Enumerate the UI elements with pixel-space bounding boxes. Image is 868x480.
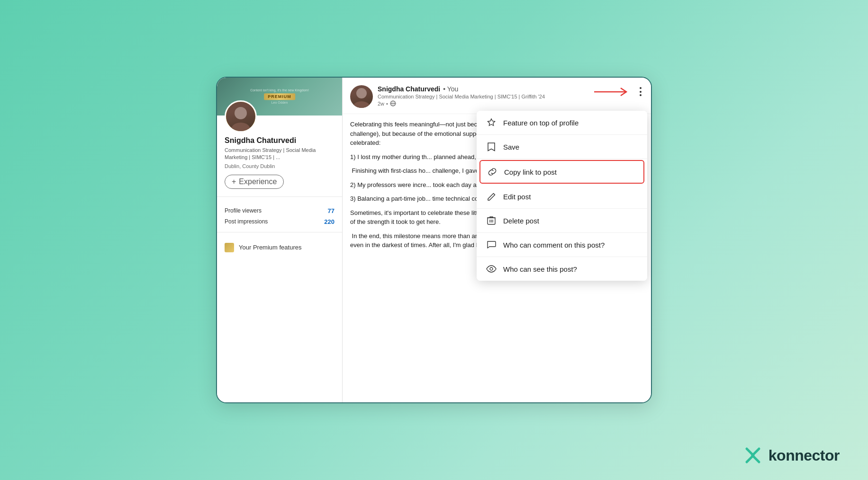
- avatar: [225, 100, 257, 133]
- comment-icon: [486, 240, 497, 250]
- dot2: [640, 91, 642, 93]
- profile-location: Dublin, County Dublin: [225, 163, 335, 169]
- profile-info: Snigdha Chaturvedi Communication Strateg…: [217, 133, 342, 189]
- red-arrow-icon: [594, 86, 632, 98]
- bookmark-icon: [486, 142, 497, 152]
- post-impressions-value: 220: [324, 218, 335, 225]
- content-area: Snigdha Chaturvedi • You Communication S…: [343, 78, 651, 402]
- svg-point-1: [231, 123, 250, 131]
- premium-badge: PREMIUM: [264, 94, 295, 100]
- star-icon: [486, 117, 497, 128]
- svg-point-0: [235, 107, 247, 119]
- you-badge: • You: [443, 85, 458, 93]
- globe-icon: [390, 100, 396, 107]
- post-author-name: Snigdha Chaturvedi • You: [378, 85, 589, 93]
- dot3: [640, 94, 642, 96]
- menu-item-delete-post[interactable]: Delete post: [477, 209, 647, 233]
- post-author-meta: Communication Strategy | Social Media Ma…: [378, 94, 589, 99]
- post-avatar: [350, 85, 373, 108]
- menu-item-who-can-comment-label: Who can comment on this post?: [503, 241, 605, 249]
- banner-name: Leo Odden: [271, 101, 288, 105]
- profile-tagline: Communication Strategy | Social Media Ma…: [225, 147, 335, 161]
- konnector-name: konnector: [769, 447, 840, 464]
- menu-item-copy-link[interactable]: Copy link to post: [479, 160, 644, 184]
- svg-point-13: [490, 267, 493, 270]
- profile-name: Snigdha Chaturvedi: [225, 136, 335, 145]
- three-dots-button[interactable]: [638, 85, 643, 98]
- premium-icon: [225, 243, 234, 252]
- post-options: [594, 85, 643, 98]
- post-time: 2w •: [378, 100, 589, 107]
- menu-item-edit-post[interactable]: Edit post: [477, 185, 647, 209]
- eye-icon: [486, 264, 497, 274]
- menu-item-who-can-see-label: Who can see this post?: [503, 265, 577, 273]
- profile-viewers-value: 77: [328, 207, 335, 214]
- stats-area: Profile viewers 77 Post impressions 220: [217, 201, 342, 232]
- premium-features[interactable]: Your Premium features: [217, 236, 342, 259]
- add-experience-button[interactable]: + Experience: [225, 175, 284, 189]
- main-card: Content isn't king, it's the new Kingdom…: [216, 77, 652, 403]
- menu-item-feature-on-top-label: Feature on top of profile: [503, 119, 579, 127]
- menu-item-edit-post-label: Edit post: [503, 193, 531, 201]
- svg-point-3: [353, 101, 370, 108]
- post-author-info: Snigdha Chaturvedi • You Communication S…: [378, 85, 589, 107]
- trash-icon: [486, 215, 497, 226]
- plus-icon: +: [232, 178, 236, 186]
- konnector-logo-icon: [743, 445, 764, 466]
- profile-viewers-label: Profile viewers: [225, 207, 262, 214]
- menu-item-save[interactable]: Save: [477, 135, 647, 159]
- konnector-brand: konnector: [743, 445, 840, 466]
- dropdown-menu: Feature on top of profile Save: [477, 111, 647, 281]
- svg-point-2: [356, 88, 367, 98]
- link-icon: [487, 167, 497, 177]
- pencil-icon: [486, 191, 497, 202]
- profile-card: Content isn't king, it's the new Kingdom…: [217, 78, 342, 197]
- menu-item-who-can-see[interactable]: Who can see this post?: [477, 257, 647, 281]
- post-header: Snigdha Chaturvedi • You Communication S…: [343, 78, 651, 114]
- dot1: [640, 87, 642, 89]
- menu-item-copy-link-label: Copy link to post: [504, 168, 557, 176]
- menu-item-save-label: Save: [503, 143, 519, 151]
- post-impressions-row: Post impressions 220: [225, 218, 335, 225]
- premium-features-label: Your Premium features: [239, 244, 301, 251]
- profile-viewers-row: Profile viewers 77: [225, 207, 335, 214]
- banner-content-text: Content isn't king, it's the new Kingdom…: [250, 89, 309, 92]
- post-impressions-label: Post impressions: [225, 218, 268, 225]
- menu-item-delete-post-label: Delete post: [503, 217, 539, 225]
- add-experience-label: Experience: [239, 178, 277, 186]
- menu-item-who-can-comment[interactable]: Who can comment on this post?: [477, 233, 647, 257]
- menu-item-feature-on-top[interactable]: Feature on top of profile: [477, 111, 647, 135]
- sidebar: Content isn't king, it's the new Kingdom…: [217, 78, 343, 402]
